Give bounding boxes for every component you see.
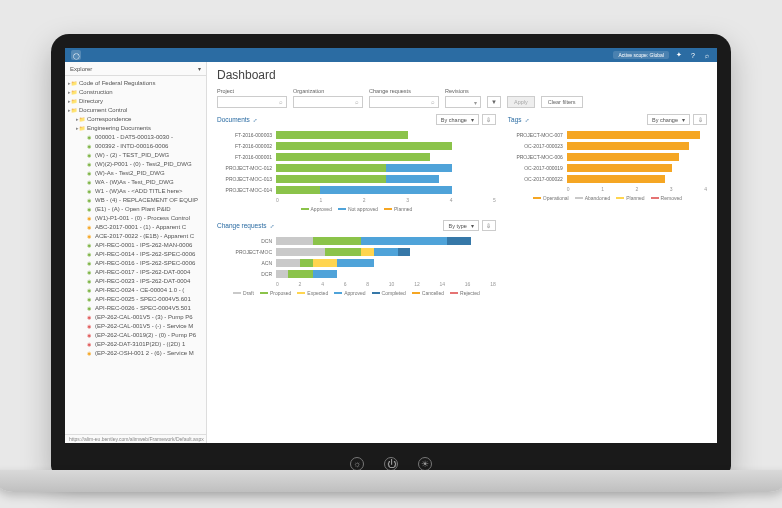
app-logo-icon[interactable]: ◯ — [71, 50, 81, 60]
tree-node[interactable]: ◉ACE-2017-0022 - (E1B) - Apparent C — [65, 231, 206, 240]
chart-bar[interactable] — [276, 237, 496, 245]
tree-node[interactable]: ◉API-REC-0024 - CE-00004 1.0 - ( — [65, 285, 206, 294]
tree-node[interactable]: ▸📁Directory — [65, 96, 206, 105]
legend-item[interactable]: Draft — [233, 290, 254, 296]
explorer-title: Explorer — [70, 66, 92, 72]
tree-node[interactable]: ◉(W)-As - Test2_PID_DWG — [65, 168, 206, 177]
tree-node[interactable]: ◉API-REC-0016 - IPS-262-SPEC-0006 — [65, 258, 206, 267]
chart-bar[interactable] — [276, 175, 496, 183]
tree-node[interactable]: ◉000392 - INTD-00016-0006 — [65, 141, 206, 150]
chevron-down-icon: ▾ — [471, 117, 474, 123]
chart-bar[interactable] — [276, 259, 496, 267]
tags-export-button[interactable]: ⇩ — [693, 114, 707, 125]
chart-segment — [276, 186, 320, 194]
legend-item[interactable]: Approved — [334, 290, 365, 296]
chart-bar[interactable] — [567, 175, 707, 183]
tree-node[interactable]: ◉(EP-262-CAL-001V5 - (-) - Service M — [65, 321, 206, 330]
tree-node[interactable]: ◉WA - (W)As - Test_PID_DWG — [65, 177, 206, 186]
tree-node[interactable]: ◉(EP-262-CAL-001V5 - (3) - Pump P6 — [65, 312, 206, 321]
tree-node[interactable]: ◉000001 - DAT5-00013-0030 - — [65, 132, 206, 141]
tree-node[interactable]: ◉(W1)-P1-001 - (0) - Process Control — [65, 213, 206, 222]
cr-export-button[interactable]: ⇩ — [482, 220, 496, 231]
filter-input-organization[interactable]: ⌕ — [293, 96, 363, 108]
tree-node[interactable]: ◉API-REC-0017 - IPS-262-DAT-0004 — [65, 267, 206, 276]
tree-node[interactable]: ◉API-REC-0026 - SPEC-0004V5.501 — [65, 303, 206, 312]
tree-node[interactable]: ▸📁Construction — [65, 87, 206, 96]
filter-funnel-button[interactable]: ▼ — [487, 96, 501, 108]
chart-row: DCR — [217, 268, 496, 279]
chart-bar[interactable] — [567, 131, 707, 139]
tree-node[interactable]: ▸📁Correspondence — [65, 114, 206, 123]
legend-item[interactable]: Planned — [616, 195, 644, 201]
legend-swatch — [384, 208, 392, 210]
filter-input-cr[interactable]: ⌕ — [369, 96, 439, 108]
legend-item[interactable]: Removed — [651, 195, 682, 201]
brightness-up-icon: ☀ — [418, 457, 432, 471]
explorer-header[interactable]: Explorer ▾ — [65, 62, 206, 76]
help-icon[interactable]: ? — [689, 51, 697, 59]
legend-item[interactable]: Abandoned — [575, 195, 611, 201]
chart-bar[interactable] — [567, 153, 707, 161]
chart-legend: OperationalAbandonedPlannedRemoved — [508, 195, 707, 201]
cr-panel-title[interactable]: Change requests ⤢ — [217, 222, 274, 229]
chart-bar[interactable] — [276, 142, 496, 150]
legend-label: Abandoned — [585, 195, 611, 201]
legend-item[interactable]: Planned — [384, 206, 412, 212]
statusbar-url: https://alim-eu.bentley.com/alimweb/Fram… — [65, 434, 206, 443]
chart-bar[interactable] — [276, 153, 496, 161]
tags-panel-title[interactable]: Tags ⤢ — [508, 116, 529, 123]
legend-item[interactable]: Not approved — [338, 206, 378, 212]
chart-bar[interactable] — [276, 186, 496, 194]
clear-filters-button[interactable]: Clear filters — [541, 96, 583, 108]
cart-icon[interactable]: ✦ — [675, 51, 683, 59]
scope-badge[interactable]: Active scope: Global — [613, 51, 669, 59]
legend-item[interactable]: Rejected — [450, 290, 480, 296]
chart-bar-label: PROJECT-MOC-012 — [217, 165, 272, 171]
chart-bar[interactable] — [276, 248, 496, 256]
chart-segment — [567, 164, 672, 172]
legend-item[interactable]: Proposed — [260, 290, 291, 296]
document-icon: ◉ — [85, 241, 92, 248]
chart-bar[interactable] — [276, 270, 496, 278]
tree-node[interactable]: ◉API-REC-0001 - IPS-262-MAN-0006 — [65, 240, 206, 249]
legend-item[interactable]: Operational — [533, 195, 569, 201]
chart-bar[interactable] — [567, 164, 707, 172]
tree-node-label: ACE-2017-0022 - (E1B) - Apparent C — [95, 233, 194, 239]
documents-panel-title[interactable]: Documents ⤢ — [217, 116, 257, 123]
tree-node-label: Engineering Documents — [87, 125, 151, 131]
tree-node[interactable]: ▸📁Engineering Documents — [65, 123, 206, 132]
tree-node[interactable]: ◉API-REC-0025 - SPEC-0004V5.601 — [65, 294, 206, 303]
chart-bar[interactable] — [276, 131, 496, 139]
legend-item[interactable]: Expected — [297, 290, 328, 296]
document-icon: ◉ — [85, 349, 92, 356]
tree-node[interactable]: ◉(W)(2)-P001 - (0) - Test2_PID_DWG — [65, 159, 206, 168]
tree-node[interactable]: ◉(EP-262-CAL-0019(2) - (0) - Pump P6 — [65, 330, 206, 339]
tags-mode-select[interactable]: By change▾ — [647, 114, 690, 125]
tree-node[interactable]: ◉(W) - (2) - TEST_PID_DWG — [65, 150, 206, 159]
filter-input-project[interactable]: ⌕ — [217, 96, 287, 108]
legend-item[interactable]: Cancelled — [412, 290, 444, 296]
apply-button[interactable]: Apply — [507, 96, 535, 108]
search-icon[interactable]: ⌕ — [703, 51, 711, 59]
tree-node[interactable]: ◉(EP-262-DAT-3101P(2D) - ((2D) 1 — [65, 339, 206, 348]
tree-node[interactable]: ◉(EP-262-OSH-001 2 - (6) - Service M — [65, 348, 206, 357]
tree-node[interactable]: ◉W1 - (W)As - <ADD TITLE here> — [65, 186, 206, 195]
documents-mode-select[interactable]: By change▾ — [436, 114, 479, 125]
tree-node[interactable]: ◉ABC-2017-0001 - (1) - Apparent C — [65, 222, 206, 231]
chart-bar[interactable] — [567, 142, 707, 150]
tree-node[interactable]: ▸📁Document Control — [65, 105, 206, 114]
tree-node[interactable]: ▸📁Code of Federal Regulations — [65, 78, 206, 87]
explorer-tree[interactable]: ▸📁Code of Federal Regulations▸📁Construct… — [65, 76, 206, 434]
tree-node[interactable]: ◉(E1) - (A) - Open Plant P&ID — [65, 204, 206, 213]
chart-bar[interactable] — [276, 164, 496, 172]
tree-node[interactable]: ◉WB - (4) - REPLACEMENT OF EQUIP — [65, 195, 206, 204]
filter-input-revisions[interactable]: ▾ — [445, 96, 481, 108]
tree-node[interactable]: ◉API-REC-0023 - IPS-262-DAT-0004 — [65, 276, 206, 285]
brightness-down-icon: ☼ — [350, 457, 364, 471]
legend-item[interactable]: Completed — [372, 290, 406, 296]
documents-export-button[interactable]: ⇩ — [482, 114, 496, 125]
cr-mode-select[interactable]: By type▾ — [443, 220, 478, 231]
legend-item[interactable]: Approved — [301, 206, 332, 212]
tree-node[interactable]: ◉API-REC-0014 - IPS-262-SPEC-0006 — [65, 249, 206, 258]
legend-label: Not approved — [348, 206, 378, 212]
